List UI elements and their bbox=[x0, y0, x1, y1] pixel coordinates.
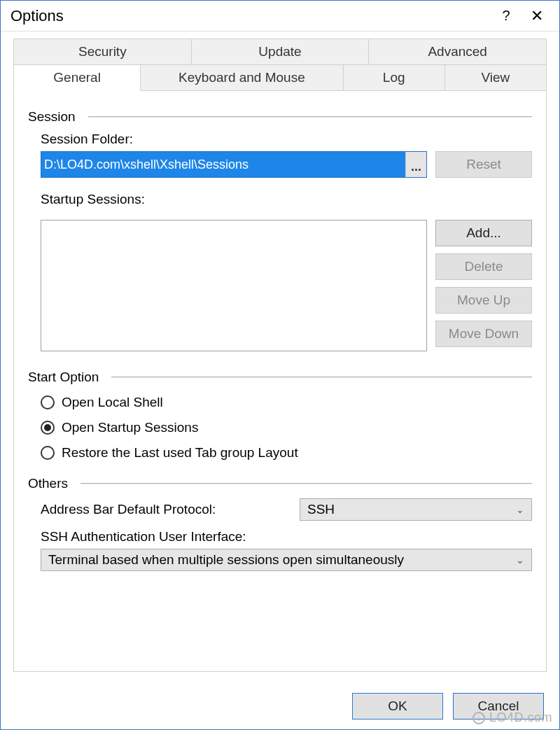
session-folder-label: Session Folder: bbox=[41, 132, 532, 147]
tab-panel-general: Session Session Folder: ... Reset Startu… bbox=[13, 91, 547, 672]
radio-open-local-shell[interactable]: Open Local Shell bbox=[41, 395, 532, 410]
start-option-radios: Open Local Shell Open Startup Sessions R… bbox=[41, 395, 532, 461]
cancel-button[interactable]: Cancel bbox=[453, 693, 544, 720]
auth-select-value: Terminal based when multiple sessions op… bbox=[48, 552, 404, 568]
radio-label: Restore the Last used Tab group Layout bbox=[62, 445, 298, 461]
reset-button[interactable]: Reset bbox=[435, 151, 532, 178]
browse-button[interactable]: ... bbox=[405, 152, 426, 177]
window-title: Options bbox=[8, 7, 491, 25]
radio-label: Open Local Shell bbox=[62, 395, 163, 410]
section-session-label: Session bbox=[28, 109, 88, 125]
add-button[interactable]: Add... bbox=[435, 220, 532, 246]
divider bbox=[80, 483, 532, 484]
auth-select[interactable]: Terminal based when multiple sessions op… bbox=[41, 549, 532, 571]
tab-row-1: Security Update Advanced bbox=[13, 38, 547, 65]
startup-buttons: Add... Delete Move Up Move Down bbox=[435, 220, 532, 351]
auth-label: SSH Authentication User Interface: bbox=[41, 529, 532, 545]
radio-icon bbox=[41, 446, 55, 460]
close-icon[interactable]: ✕ bbox=[522, 2, 552, 30]
section-start-option-head: Start Option bbox=[28, 370, 532, 385]
tab-update[interactable]: Update bbox=[192, 38, 370, 65]
radio-open-startup-sessions[interactable]: Open Startup Sessions bbox=[41, 420, 532, 435]
tab-security[interactable]: Security bbox=[13, 38, 192, 65]
dialog-content: Security Update Advanced General Keyboar… bbox=[1, 31, 559, 721]
divider bbox=[88, 116, 532, 118]
section-others-head: Others bbox=[28, 476, 532, 491]
move-down-button[interactable]: Move Down bbox=[435, 321, 532, 347]
section-start-option-label: Start Option bbox=[28, 370, 111, 385]
chevron-down-icon: ⌄ bbox=[516, 504, 524, 515]
tab-advanced[interactable]: Advanced bbox=[369, 38, 547, 65]
titlebar: Options ? ✕ bbox=[1, 1, 559, 31]
radio-icon bbox=[41, 421, 55, 435]
session-folder-input[interactable] bbox=[41, 152, 405, 177]
divider bbox=[111, 377, 532, 378]
tab-keyboard-mouse[interactable]: Keyboard and Mouse bbox=[141, 65, 343, 91]
chevron-down-icon: ⌄ bbox=[516, 554, 524, 566]
session-folder-input-wrap: ... bbox=[41, 151, 427, 178]
protocol-select-value: SSH bbox=[307, 502, 335, 517]
dialog-footer: OK Cancel bbox=[352, 693, 544, 720]
tab-general[interactable]: General bbox=[13, 65, 141, 91]
move-up-button[interactable]: Move Up bbox=[435, 287, 532, 314]
startup-sessions-label: Startup Sessions: bbox=[41, 192, 532, 207]
tab-log[interactable]: Log bbox=[344, 65, 445, 91]
section-others-label: Others bbox=[28, 476, 80, 491]
delete-button[interactable]: Delete bbox=[435, 253, 532, 280]
tab-view[interactable]: View bbox=[445, 65, 547, 91]
radio-icon bbox=[41, 395, 55, 409]
protocol-select[interactable]: SSH ⌄ bbox=[300, 498, 532, 521]
protocol-label: Address Bar Default Protocol: bbox=[41, 502, 286, 517]
section-session-head: Session bbox=[28, 109, 532, 125]
tab-row-2: General Keyboard and Mouse Log View bbox=[13, 65, 547, 91]
ok-button[interactable]: OK bbox=[352, 693, 443, 720]
radio-restore-tab-layout[interactable]: Restore the Last used Tab group Layout bbox=[41, 445, 532, 461]
help-icon[interactable]: ? bbox=[491, 2, 522, 30]
radio-label: Open Startup Sessions bbox=[62, 420, 198, 435]
startup-sessions-listbox[interactable] bbox=[41, 220, 427, 351]
